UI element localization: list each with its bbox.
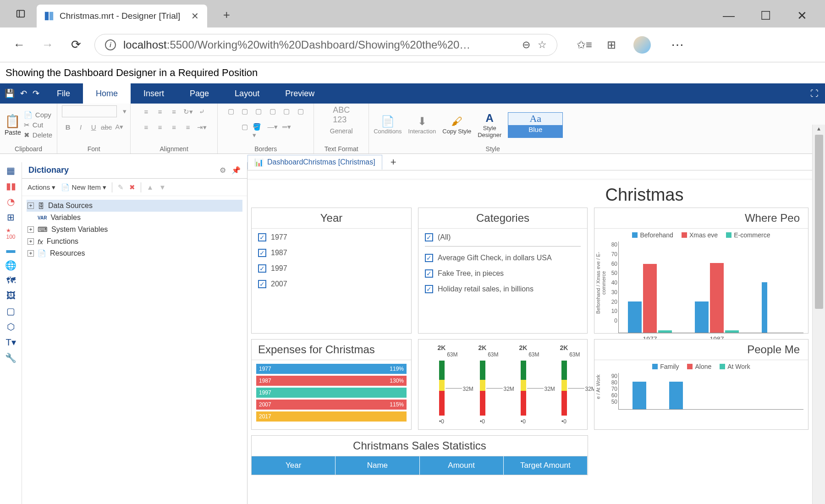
border-right-button[interactable]: ▢ xyxy=(280,105,292,117)
italic-button[interactable]: I xyxy=(75,121,87,133)
indent-button[interactable]: ⇥▾ xyxy=(196,121,208,133)
copy-button[interactable]: 📄 Copy xyxy=(24,111,52,119)
text-format-general[interactable]: General xyxy=(330,127,353,135)
border-weight-button[interactable]: ═▾ xyxy=(280,121,292,133)
tree-system-variables[interactable]: +⌨System Variables xyxy=(27,224,242,236)
ribbon-tab-insert[interactable]: Insert xyxy=(131,83,177,104)
back-button[interactable]: ← xyxy=(9,35,29,55)
align-top-button[interactable]: ≡ xyxy=(140,105,152,117)
style-theme-selector[interactable]: Aa Blue xyxy=(508,112,563,138)
fill-color-button[interactable]: 🪣▾ xyxy=(253,125,264,137)
underline-button[interactable]: U xyxy=(88,121,99,133)
fill-button[interactable]: ▢ xyxy=(239,121,251,133)
font-color-button[interactable]: A▾ xyxy=(113,121,125,133)
delete-button[interactable]: ✖ Delete xyxy=(24,131,52,139)
year-item-2007[interactable]: ✓2007 xyxy=(258,280,405,288)
categories-tile[interactable]: Categories ✓(All) ✓Average Gift Check, i… xyxy=(418,208,588,334)
collections-icon[interactable]: ⊞ xyxy=(607,38,616,51)
stats-tile[interactable]: Christmans Sales Statistics YearNameAmou… xyxy=(251,435,588,475)
new-item-dropdown[interactable]: 📄 New Item ▾ xyxy=(61,183,106,192)
add-document-tab-button[interactable]: + xyxy=(390,156,396,168)
edit-icon[interactable]: ✎ xyxy=(118,183,124,192)
cat-giftcheck[interactable]: ✓Average Gift Check, in dollars USA xyxy=(425,254,581,262)
address-bar[interactable]: i localhost:5500/Working%20with%20Dashbo… xyxy=(94,34,557,56)
forward-button[interactable]: → xyxy=(38,35,58,55)
progress-tool-icon[interactable]: ▬ xyxy=(6,245,16,255)
settings-tool-icon[interactable]: 🔧 xyxy=(5,352,16,363)
people-tile[interactable]: People Me Family Alone At Work e / At Wo… xyxy=(594,339,808,430)
ribbon-tab-page[interactable]: Page xyxy=(177,83,222,104)
align-left-button[interactable]: ≡ xyxy=(140,121,152,133)
chart-tool-icon[interactable]: ▮▮ xyxy=(6,181,16,192)
wrap-button[interactable]: ⤶ xyxy=(196,106,208,118)
font-size-dropdown[interactable]: ▾ xyxy=(119,105,131,117)
tab-overview-button[interactable] xyxy=(9,3,32,24)
copy-style-button[interactable]: 🖌Copy Style xyxy=(442,115,471,135)
cat-retailsales[interactable]: ✓Holiday retail sales, in billions xyxy=(425,285,581,293)
strikethrough-button[interactable]: abc xyxy=(100,121,112,133)
zoom-out-icon[interactable]: ⊖ xyxy=(522,39,530,51)
dashboard-canvas[interactable]: Christmas Year ✓1977 ✓1987 ✓1997 ✓2007 C… xyxy=(248,179,812,504)
pivot-tool-icon[interactable]: ⊞ xyxy=(7,212,15,223)
tree-resources[interactable]: +📄Resources xyxy=(27,247,242,259)
new-tab-button[interactable]: + xyxy=(217,8,236,22)
fullscreen-icon[interactable]: ⛶ xyxy=(804,83,825,104)
indicator-tool-icon[interactable]: ★100 xyxy=(6,227,15,240)
dictionary-pin-icon[interactable]: 📌 xyxy=(231,166,241,175)
online-map-tool-icon[interactable]: 🗺 xyxy=(6,275,16,286)
paste-button[interactable]: 📋 Paste xyxy=(5,114,21,136)
border-left-button[interactable]: ▢ xyxy=(253,105,264,117)
year-item-1997[interactable]: ✓1997 xyxy=(258,264,405,273)
save-icon[interactable]: 💾 xyxy=(5,88,15,99)
cat-all[interactable]: ✓(All) xyxy=(425,233,581,247)
profile-avatar[interactable] xyxy=(633,36,651,54)
browser-menu-icon[interactable]: ⋯ xyxy=(668,37,687,52)
ribbon-tab-preview[interactable]: Preview xyxy=(272,83,327,104)
border-style-button[interactable]: —▾ xyxy=(267,121,279,133)
bold-button[interactable]: B xyxy=(62,121,74,133)
ribbon-tab-file[interactable]: File xyxy=(44,83,83,104)
gauges-tile[interactable]: 2K63M32M•0 2K63M32M•0 2K63M32M•0 2K63M32… xyxy=(418,339,588,430)
close-tab-icon[interactable]: ✕ xyxy=(191,11,199,22)
expenses-tile[interactable]: Expenses for Christmas 1977119% 1987130%… xyxy=(251,339,412,430)
close-window-button[interactable]: ✕ xyxy=(794,9,810,23)
table-tool-icon[interactable]: ▦ xyxy=(6,165,15,176)
year-item-1987[interactable]: ✓1987 xyxy=(258,249,405,257)
interaction-button[interactable]: ⬇Interaction xyxy=(408,115,436,135)
rotate-button[interactable]: ↻▾ xyxy=(182,106,194,118)
vertical-scrollbar[interactable]: ▴ xyxy=(812,125,825,504)
conditions-button[interactable]: 📄Conditions xyxy=(374,115,402,135)
gauge-tool-icon[interactable]: ◔ xyxy=(7,196,15,207)
move-down-icon[interactable]: ▼ xyxy=(159,183,166,191)
cut-button[interactable]: ✂ Cut xyxy=(24,121,52,129)
align-justify-button[interactable]: ≡ xyxy=(182,121,194,133)
document-tab-active[interactable]: 📊 DashboardChristmas [Christmas] xyxy=(248,155,382,170)
year-item-1977[interactable]: ✓1977 xyxy=(258,233,405,241)
favorites-list-icon[interactable]: ✩≡ xyxy=(577,38,592,51)
site-info-icon[interactable]: i xyxy=(105,39,116,50)
minimize-button[interactable]: — xyxy=(720,9,737,23)
favorite-icon[interactable]: ☆ xyxy=(538,39,547,51)
undo-icon[interactable]: ↶ xyxy=(20,88,27,99)
ribbon-tab-layout[interactable]: Layout xyxy=(222,83,272,104)
border-all-button[interactable]: ▢ xyxy=(225,105,237,117)
cat-faketree[interactable]: ✓Fake Tree, in pieces xyxy=(425,269,581,278)
text-tool-icon[interactable]: T▾ xyxy=(6,337,16,348)
tree-functions[interactable]: +fxFunctions xyxy=(27,236,242,247)
redo-icon[interactable]: ↷ xyxy=(33,88,39,99)
panel-tool-icon[interactable]: ▢ xyxy=(6,306,15,317)
dictionary-settings-icon[interactable]: ⚙ xyxy=(220,166,226,175)
border-top-button[interactable]: ▢ xyxy=(267,105,279,117)
align-center-button[interactable]: ≡ xyxy=(154,121,166,133)
move-up-icon[interactable]: ▲ xyxy=(147,183,154,191)
maximize-button[interactable]: ☐ xyxy=(757,9,774,23)
style-designer-button[interactable]: AStyle Designer xyxy=(478,112,501,138)
actions-dropdown[interactable]: Actions ▾ xyxy=(28,183,55,192)
ribbon-tab-home[interactable]: Home xyxy=(83,83,131,104)
tree-datasources[interactable]: +🗄Data Sources xyxy=(27,200,242,212)
map-tool-icon[interactable]: 🌐 xyxy=(5,260,16,271)
shape-tool-icon[interactable]: ⬡ xyxy=(7,321,15,332)
image-tool-icon[interactable]: 🖼 xyxy=(6,290,16,301)
remove-icon[interactable]: ✖ xyxy=(129,183,135,192)
year-tile[interactable]: Year ✓1977 ✓1987 ✓1997 ✓2007 xyxy=(251,208,412,334)
